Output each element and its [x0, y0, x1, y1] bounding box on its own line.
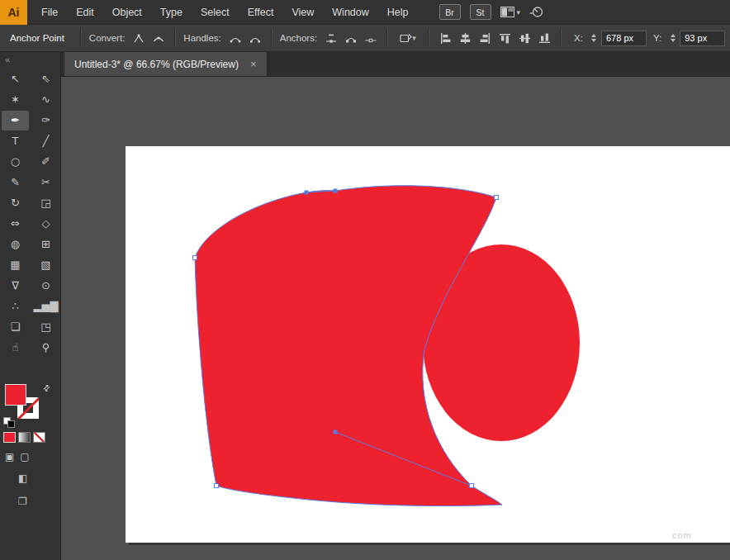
convert-to-smooth-button[interactable]: [149, 29, 168, 47]
symbol-sprayer-tool[interactable]: ∴: [2, 297, 29, 316]
draw-mode-row: ▣ ▢: [5, 451, 30, 463]
align-vertical-top-icon: [500, 33, 510, 44]
pen-tool[interactable]: ✒: [2, 111, 29, 131]
chevron-down-icon: ▾: [517, 8, 521, 17]
gradient-button[interactable]: [18, 432, 31, 443]
menu-item-select[interactable]: Select: [192, 0, 239, 25]
fill-swatch[interactable]: [5, 384, 26, 406]
align-vertical-top-button[interactable]: [495, 29, 514, 47]
tab-close-icon[interactable]: ×: [250, 58, 257, 70]
anchor-point[interactable]: [470, 484, 474, 488]
eyedropper-tool[interactable]: ∇: [2, 276, 29, 296]
arrange-documents-button[interactable]: ▾: [500, 7, 521, 17]
hand-tool[interactable]: ☝: [2, 338, 29, 358]
menu-item-help[interactable]: Help: [378, 0, 418, 25]
separator: [428, 29, 429, 47]
workspace-switcher-button[interactable]: [529, 6, 544, 18]
separator: [174, 29, 176, 47]
align-horizontal-right-icon: [480, 33, 491, 44]
anchor-point[interactable]: [215, 484, 219, 488]
pencil-tool[interactable]: ✎: [2, 173, 29, 192]
scale-tool[interactable]: ◲: [32, 193, 59, 213]
rotate-tool[interactable]: ↻: [2, 193, 29, 213]
anchor-point[interactable]: [495, 196, 499, 200]
app-logo: Ai: [0, 0, 27, 25]
paintbrush-tool[interactable]: ✐: [32, 152, 59, 172]
screen-mode-icon[interactable]: ◧: [18, 472, 27, 484]
default-fill-stroke-icon[interactable]: [3, 417, 15, 427]
anchor-point[interactable]: [193, 256, 197, 260]
align-vertical-bottom-icon: [539, 33, 550, 44]
slice-tool[interactable]: ◳: [32, 317, 59, 337]
scissors-tool[interactable]: ✂: [32, 173, 59, 192]
align-horizontal-left-button[interactable]: [435, 29, 455, 47]
curvature-tool[interactable]: ✑: [32, 111, 59, 131]
menu-item-window[interactable]: Window: [323, 0, 377, 25]
align-vertical-center-icon: [519, 33, 530, 44]
shape-builder-tool[interactable]: ◍: [2, 235, 29, 254]
draw-normal-icon[interactable]: ▣: [5, 451, 14, 463]
zoom-tool[interactable]: ⚲: [32, 338, 59, 358]
swap-fill-stroke-icon[interactable]: ⇄: [40, 382, 52, 394]
convert-smooth-icon: [153, 33, 164, 44]
isolate-object-button[interactable]: ▾: [394, 29, 422, 47]
control-bar-title: Anchor Point: [0, 33, 74, 43]
menubar-right-cluster: Br St ▾: [439, 4, 545, 20]
anchor-point[interactable]: [334, 189, 338, 193]
connect-anchors-button[interactable]: [341, 29, 361, 47]
selection-tool[interactable]: ↖: [2, 69, 29, 89]
menu-item-file[interactable]: File: [32, 0, 67, 25]
edit-toolbar-row: ❐: [18, 496, 27, 507]
lasso-tool[interactable]: ∿: [32, 90, 59, 110]
column-graph-tool[interactable]: ▂▅▇: [32, 297, 59, 316]
align-vertical-center-button[interactable]: [514, 29, 534, 47]
color-button[interactable]: [3, 432, 16, 443]
type-tool[interactable]: T: [2, 131, 29, 151]
menu-item-view[interactable]: View: [282, 0, 323, 25]
line-segment-tool[interactable]: ╱: [32, 131, 59, 151]
ellipse-tool[interactable]: ○: [2, 152, 29, 172]
bridge-button[interactable]: Br: [439, 4, 461, 20]
menu-item-effect[interactable]: Effect: [239, 0, 283, 25]
menu-item-type[interactable]: Type: [151, 0, 192, 25]
anchor-point[interactable]: [305, 191, 309, 195]
convert-to-corner-button[interactable]: [129, 29, 149, 47]
none-button[interactable]: [33, 432, 45, 443]
menu-item-object[interactable]: Object: [103, 0, 151, 25]
anchors-label: Anchors:: [280, 33, 317, 43]
x-stepper[interactable]: [590, 34, 598, 42]
x-input[interactable]: [601, 31, 647, 46]
stock-button[interactable]: St: [470, 4, 491, 20]
anchor-point[interactable]: [334, 430, 338, 434]
document-tab-bar: Untitled-3* @ 66.67% (RGB/Preview) ×: [61, 52, 730, 77]
magic-wand-tool[interactable]: ✶: [2, 90, 29, 110]
direct-selection-tool[interactable]: ⇖: [32, 69, 59, 89]
show-handles-button[interactable]: [225, 29, 245, 47]
menu-bar: Ai FileEditObjectTypeSelectEffectViewWin…: [0, 0, 730, 25]
draw-inside-icon[interactable]: ▢: [20, 451, 29, 463]
menu-item-edit[interactable]: Edit: [67, 0, 103, 25]
document-tab[interactable]: Untitled-3* @ 66.67% (RGB/Preview) ×: [64, 52, 268, 76]
align-horizontal-right-button[interactable]: [475, 29, 495, 47]
gradient-tool[interactable]: ▧: [32, 255, 59, 275]
mesh-tool[interactable]: ▦: [2, 255, 29, 275]
y-stepper[interactable]: [669, 34, 676, 42]
align-vertical-bottom-button[interactable]: [534, 29, 554, 47]
collapse-panel-icon[interactable]: «: [0, 52, 60, 64]
cut-path-button[interactable]: [361, 29, 381, 47]
hide-handles-button[interactable]: [245, 29, 265, 47]
width-tool[interactable]: ⇔: [2, 214, 29, 234]
screen-mode-row: ◧: [18, 472, 27, 484]
y-input[interactable]: [680, 31, 725, 46]
canvas-area[interactable]: com: [61, 77, 730, 560]
free-transform-tool[interactable]: ◇: [32, 214, 59, 234]
align-horizontal-center-button[interactable]: [455, 29, 475, 47]
align-horizontal-center-icon: [460, 33, 471, 44]
perspective-grid-tool[interactable]: ⊞: [32, 235, 59, 254]
isolate-object-icon: [400, 33, 412, 44]
control-bar: Anchor Point Convert: Handles:: [0, 25, 730, 52]
remove-anchor-button[interactable]: [321, 29, 341, 47]
edit-toolbar-icon[interactable]: ❐: [18, 496, 27, 507]
artboard-tool[interactable]: ❏: [2, 317, 29, 337]
blend-tool[interactable]: ⊙: [32, 276, 59, 296]
